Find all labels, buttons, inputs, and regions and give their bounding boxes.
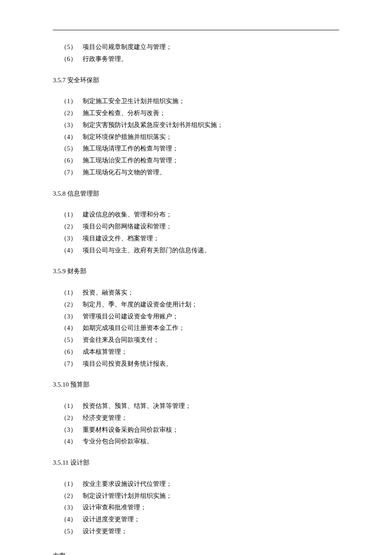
list-item-text: 施工现场清理工作的检查与管理； [83, 145, 179, 152]
section-heading: 3.5.9 财务部 [53, 266, 339, 278]
list-item-text: 按业主要求设施设计代位管理； [83, 480, 172, 487]
list-item-text: 制定环境保护措施并组织落实； [83, 133, 172, 140]
list-item-text: 制定灾害预防计划及紧急应变计划书并组织实施； [83, 121, 223, 128]
list-item: （5）项目公司规章制度建立与管理； [61, 41, 339, 53]
list-item-number: （4） [61, 436, 83, 448]
list-item: （1）建设信息的收集、管理和分布； [61, 209, 339, 221]
section-heading: 3.5.8 信息管理部 [53, 188, 339, 200]
list-item-text: 施工安全检查、分析与改善； [83, 110, 166, 116]
list-item-number: （2） [61, 107, 83, 119]
list-item-text: 经济变更管理； [83, 414, 127, 421]
list-item-number: （4） [61, 322, 83, 334]
list-item-text: 施工现场治安工作的检查与管理； [83, 157, 179, 164]
list-item: （4）专业分包合同价款审核。 [61, 436, 339, 448]
list-item: （5）资金往来及合同款项支付； [61, 334, 339, 346]
list-item-text: 管理项目公司建设资金专用账户； [83, 313, 179, 320]
list-item-number: （6） [61, 53, 83, 65]
list-item-text: 如期完成项目公司注册资本金工作； [83, 324, 185, 331]
page-footer: 方案 [53, 550, 339, 555]
list-item: （1）投资估算、预算、结算、决算等管理； [61, 400, 339, 412]
list-item-number: （3） [61, 233, 83, 245]
list-item-number: （5） [61, 526, 83, 538]
list-item: （7）施工现场化石与文物的管理。 [61, 167, 339, 179]
list-item-text: 制定施工安全卫生计划并组织实施； [83, 98, 185, 104]
section-heading: 3.5.11 设计部 [53, 457, 339, 469]
list-item: （2）施工安全检查、分析与改善； [61, 107, 339, 119]
list-item-number: （3） [61, 311, 83, 323]
list-item-number: （5） [61, 334, 83, 346]
list-item-text: 设计变更管理； [83, 528, 127, 535]
list-item-number: （7） [61, 167, 83, 179]
list-item-number: （7） [61, 358, 83, 370]
list-item-number: （1） [61, 478, 83, 490]
list-item-number: （2） [61, 412, 83, 424]
continued-list: （5）项目公司规章制度建立与管理；（6）行政事务管理。 [53, 41, 339, 65]
list-item-text: 行政事务管理。 [83, 55, 127, 62]
list-item: （4）如期完成项目公司注册资本金工作； [61, 322, 339, 334]
list-item-text: 设计进度变更管理； [83, 516, 140, 523]
list-item-number: （2） [61, 221, 83, 233]
list-item: （2）制定设计管理计划并组织实施； [61, 490, 339, 502]
list-item-number: （3） [61, 119, 83, 131]
list-item: （3）项目建设文件、档案管理； [61, 233, 339, 245]
list-item: （2）经济变更管理； [61, 412, 339, 424]
list-item-text: 建设信息的收集、管理和分布； [83, 211, 172, 218]
section-heading: 3.5.7 安全环保部 [53, 75, 339, 87]
list-item-number: （1） [61, 209, 83, 221]
list-item-text: 资金往来及合同款项支付； [83, 336, 159, 343]
list-item-text: 项目公司规章制度建立与管理； [83, 43, 172, 50]
list-item: （3）重要材料设备采购合同价款审核； [61, 424, 339, 436]
list-item: （7）项目公司投资及财务统计报表。 [61, 358, 339, 370]
list-item-text: 重要材料设备采购合同价款审核； [83, 426, 179, 433]
section-heading: 3.5.10 预算部 [53, 379, 339, 391]
list-item-number: （1） [61, 95, 83, 107]
list-item: （4）制定环境保护措施并组织落实； [61, 131, 339, 143]
list-item: （2）项目公司内部网络建设和管理； [61, 221, 339, 233]
list-item-number: （1） [61, 400, 83, 412]
list-item: （6）施工现场治安工作的检查与管理； [61, 155, 339, 167]
list-item: （1）按业主要求设施设计代位管理； [61, 478, 339, 490]
list-item-text: 投资、融资落实； [83, 289, 134, 296]
list-item-number: （6） [61, 155, 83, 167]
list-item: （4）项目公司与业主、政府有关部门的信息传递。 [61, 245, 339, 257]
list-item: （1）投资、融资落实； [61, 287, 339, 299]
list-item-text: 制定月、季、年度的建设资金使用计划； [83, 301, 198, 308]
list-item: （5）设计变更管理； [61, 526, 339, 538]
list-item-number: （5） [61, 41, 83, 53]
list-item: （5）施工现场清理工作的检查与管理； [61, 143, 339, 155]
list-item-number: （4） [61, 514, 83, 526]
list-item-text: 项目公司内部网络建设和管理； [83, 223, 172, 230]
list-item-number: （2） [61, 490, 83, 502]
list-item-number: （6） [61, 346, 83, 358]
list-item-text: 成本核算管理； [83, 348, 127, 355]
list-item-text: 设计审查和批准管理； [83, 504, 147, 511]
list-item-text: 项目公司与业主、政府有关部门的信息传递。 [83, 247, 210, 254]
list-item-number: （4） [61, 245, 83, 257]
list-item-number: （1） [61, 287, 83, 299]
list-item: （4）设计进度变更管理； [61, 514, 339, 526]
list-item-number: （3） [61, 502, 83, 514]
list-item: （6）成本核算管理； [61, 346, 339, 358]
list-item-text: 专业分包合同价款审核。 [83, 438, 153, 445]
list-item-text: 制定设计管理计划并组织实施； [83, 492, 172, 499]
list-item: （2）制定月、季、年度的建设资金使用计划； [61, 299, 339, 311]
list-item-number: （4） [61, 131, 83, 143]
list-item: （3）管理项目公司建设资金专用账户； [61, 311, 339, 323]
list-item: （3）设计审查和批准管理； [61, 502, 339, 514]
horizontal-rule [53, 30, 339, 30]
list-item-text: 施工现场化石与文物的管理。 [83, 169, 166, 176]
list-item-number: （3） [61, 424, 83, 436]
list-item: （3）制定灾害预防计划及紧急应变计划书并组织实施； [61, 119, 339, 131]
list-item: （6）行政事务管理。 [61, 53, 339, 65]
sections-container: 3.5.7 安全环保部（1）制定施工安全卫生计划并组织实施；（2）施工安全检查、… [53, 75, 339, 538]
list-item-text: 项目建设文件、档案管理； [83, 235, 159, 242]
list-item-number: （2） [61, 299, 83, 311]
list-item-number: （5） [61, 143, 83, 155]
list-item-text: 项目公司投资及财务统计报表。 [83, 360, 172, 367]
list-item-text: 投资估算、预算、结算、决算等管理； [83, 402, 191, 409]
list-item: （1）制定施工安全卫生计划并组织实施； [61, 95, 339, 107]
document-page: （5）项目公司规章制度建立与管理；（6）行政事务管理。 3.5.7 安全环保部（… [0, 0, 392, 555]
